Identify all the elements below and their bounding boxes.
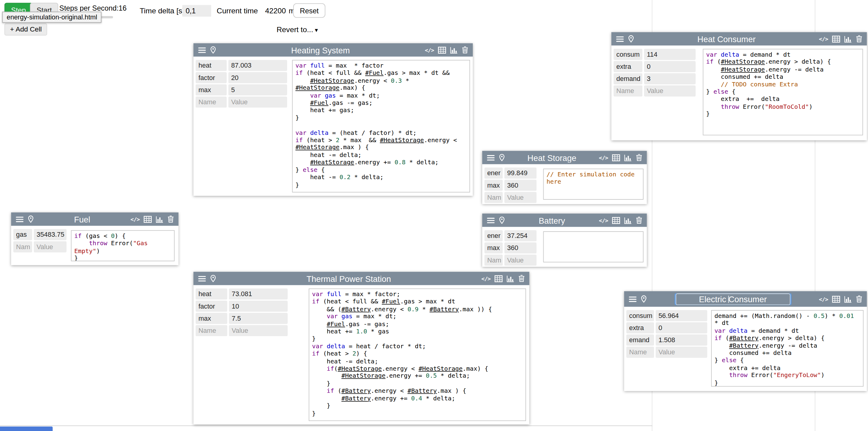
variable-name-cell[interactable]: factor [196,301,227,312]
code-editor[interactable]: demand += (Math.random() - 0.5) * 0.01 *… [711,310,864,387]
variable-value-cell[interactable]: 87.003 [228,60,287,71]
table-icon[interactable] [612,154,620,161]
table-icon[interactable] [612,217,620,224]
chart-icon[interactable] [507,275,515,282]
trash-icon[interactable] [518,275,525,283]
card-header[interactable]: Heat Storage</> [482,151,647,164]
variable-name-cell[interactable]: gas [13,229,32,240]
code-editor[interactable]: var delta = demand * dt if (#HeatStorage… [703,49,863,135]
variable-value-cell[interactable]: 5 [228,84,287,95]
variable-name-cell[interactable]: consum [614,49,642,60]
variable-value-cell[interactable]: 35483.75 [34,229,67,240]
variable-value-cell[interactable]: 114 [644,49,696,60]
code-icon[interactable]: </> [819,296,828,302]
code-editor[interactable]: if (gas < 0) { throw Error("Gas Empty") … [71,230,175,261]
chart-icon[interactable] [844,295,852,303]
code-icon[interactable]: </> [599,154,608,161]
chart-icon[interactable] [844,35,852,42]
variable-value-cell[interactable]: 99.849 [504,168,536,179]
code-icon[interactable]: </> [481,276,490,282]
variable-name-cell[interactable]: consum [626,310,654,321]
pin-icon[interactable] [28,215,34,223]
code-icon[interactable]: </> [425,47,434,53]
menu-icon[interactable] [628,295,637,303]
variable-name-cell[interactable]: heat [196,60,226,71]
variable-name-cell[interactable]: extra [614,61,642,72]
variable-value-cell[interactable]: 37.254 [504,230,536,241]
card-title[interactable]: Fuel [74,214,90,224]
variable-name-placeholder[interactable]: Nam [13,241,32,253]
variable-value-cell[interactable]: 3 [644,73,696,85]
variable-name-placeholder[interactable]: Nam [485,192,503,203]
card-header[interactable]: Electric Consumer</> [624,291,867,307]
variable-value-cell[interactable]: 0 [644,61,696,72]
partial-blue-element[interactable] [0,427,53,431]
card-title-input[interactable]: Electric Consumer [675,293,790,305]
card-title[interactable]: Battery [539,216,565,225]
variable-value-placeholder[interactable]: Value [229,325,288,336]
table-icon[interactable] [832,295,840,303]
trash-icon[interactable] [636,217,642,224]
trash-icon[interactable] [856,35,863,43]
card-title[interactable]: Heating System [291,45,350,55]
variable-name-placeholder[interactable]: Name [614,85,642,97]
variable-name-placeholder[interactable]: Nam [485,255,503,266]
menu-icon[interactable] [487,217,495,224]
chart-icon[interactable] [624,154,632,161]
menu-icon[interactable] [16,216,24,223]
variable-value-cell[interactable]: 7.5 [229,313,288,324]
variable-value-placeholder[interactable]: Value [644,85,696,97]
trash-icon[interactable] [167,215,174,223]
trash-icon[interactable] [462,46,468,54]
variable-name-cell[interactable]: extra [626,322,654,334]
pin-icon[interactable] [210,275,216,283]
variable-value-cell[interactable]: 73.081 [229,289,288,300]
card-title[interactable]: Heat Storage [527,153,576,162]
variable-value-placeholder[interactable]: Value [504,192,536,203]
pin-icon[interactable] [628,35,634,43]
trash-icon[interactable] [636,154,642,162]
table-icon[interactable] [144,216,152,223]
pin-icon[interactable] [210,46,216,54]
chart-icon[interactable] [624,217,632,224]
variable-name-cell[interactable]: ener [485,230,503,241]
table-icon[interactable] [832,35,840,42]
variable-value-cell[interactable]: 0 [656,322,707,334]
card-header[interactable]: Fuel</> [11,212,179,226]
variable-value-placeholder[interactable]: Value [34,241,67,253]
table-icon[interactable] [438,47,446,54]
variable-value-cell[interactable]: 20 [228,72,287,83]
table-icon[interactable] [494,275,502,282]
pin-icon[interactable] [499,154,505,162]
variable-name-placeholder[interactable]: Name [196,96,226,108]
card-title[interactable]: Thermal Power Station [307,274,391,283]
variable-name-placeholder[interactable]: Name [626,347,654,358]
code-editor[interactable]: var full = max * factor if (heat < full … [292,60,470,193]
card-header[interactable]: Heating System</> [193,44,473,57]
chart-icon[interactable] [450,47,458,54]
variable-name-cell[interactable]: demand [614,73,642,85]
variable-name-placeholder[interactable]: Name [196,325,227,336]
variable-name-cell[interactable]: factor [196,72,226,83]
variable-name-cell[interactable]: ener [485,168,503,179]
variable-value-placeholder[interactable]: Value [228,96,287,108]
variable-value-placeholder[interactable]: Value [504,255,536,266]
card-title[interactable]: Heat Consumer [698,34,756,44]
menu-icon[interactable] [616,35,624,42]
card-header[interactable]: Thermal Power Station</> [193,272,529,285]
card-header[interactable]: Heat Consumer</> [612,32,867,46]
code-icon[interactable]: </> [819,36,828,42]
variable-value-cell[interactable]: 360 [504,242,536,254]
code-editor[interactable]: var full = max * factor; if (heat < full… [309,289,526,421]
menu-icon[interactable] [198,47,206,54]
chart-icon[interactable] [156,216,163,223]
card-header[interactable]: Battery</> [482,214,647,227]
variable-name-cell[interactable]: emand [626,335,654,346]
variable-name-cell[interactable]: max [485,180,503,191]
variable-name-cell[interactable]: max [196,313,227,324]
variable-name-cell[interactable]: heat [196,289,227,300]
code-editor[interactable] [543,231,643,262]
variable-value-cell[interactable]: 360 [504,180,536,191]
code-editor[interactable]: // Enter simulation code here [543,169,643,199]
menu-icon[interactable] [198,275,206,282]
